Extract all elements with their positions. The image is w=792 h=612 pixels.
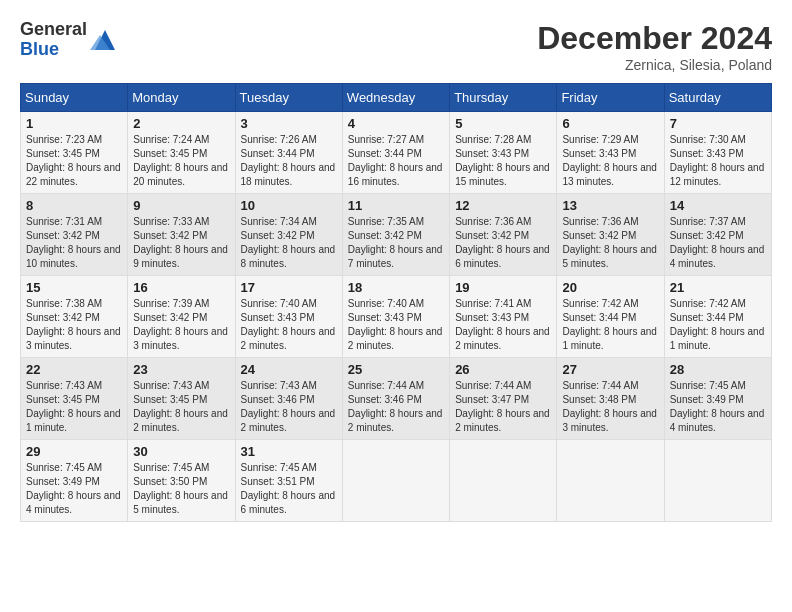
weekday-header-monday: Monday xyxy=(128,84,235,112)
calendar-cell: 11 Sunrise: 7:35 AM Sunset: 3:42 PM Dayl… xyxy=(342,194,449,276)
calendar-cell: 6 Sunrise: 7:29 AM Sunset: 3:43 PM Dayli… xyxy=(557,112,664,194)
page-header: General Blue December 2024 Zernica, Sile… xyxy=(20,20,772,73)
day-number: 21 xyxy=(670,280,766,295)
day-number: 19 xyxy=(455,280,551,295)
day-number: 10 xyxy=(241,198,337,213)
calendar-week-1: 1 Sunrise: 7:23 AM Sunset: 3:45 PM Dayli… xyxy=(21,112,772,194)
daylight-label: Daylight: 8 hours and 1 minute. xyxy=(26,408,121,433)
sunset-label: Sunset: 3:44 PM xyxy=(670,312,744,323)
day-info: Sunrise: 7:44 AM Sunset: 3:48 PM Dayligh… xyxy=(562,379,658,435)
calendar-cell: 1 Sunrise: 7:23 AM Sunset: 3:45 PM Dayli… xyxy=(21,112,128,194)
sunrise-label: Sunrise: 7:23 AM xyxy=(26,134,102,145)
day-number: 2 xyxy=(133,116,229,131)
sunset-label: Sunset: 3:45 PM xyxy=(133,148,207,159)
sunrise-label: Sunrise: 7:34 AM xyxy=(241,216,317,227)
calendar-cell: 3 Sunrise: 7:26 AM Sunset: 3:44 PM Dayli… xyxy=(235,112,342,194)
day-info: Sunrise: 7:43 AM Sunset: 3:45 PM Dayligh… xyxy=(133,379,229,435)
calendar-week-2: 8 Sunrise: 7:31 AM Sunset: 3:42 PM Dayli… xyxy=(21,194,772,276)
sunrise-label: Sunrise: 7:39 AM xyxy=(133,298,209,309)
daylight-label: Daylight: 8 hours and 12 minutes. xyxy=(670,162,765,187)
calendar-cell: 17 Sunrise: 7:40 AM Sunset: 3:43 PM Dayl… xyxy=(235,276,342,358)
day-info: Sunrise: 7:30 AM Sunset: 3:43 PM Dayligh… xyxy=(670,133,766,189)
weekday-header-friday: Friday xyxy=(557,84,664,112)
sunrise-label: Sunrise: 7:44 AM xyxy=(348,380,424,391)
calendar-cell: 25 Sunrise: 7:44 AM Sunset: 3:46 PM Dayl… xyxy=(342,358,449,440)
day-number: 14 xyxy=(670,198,766,213)
sunrise-label: Sunrise: 7:38 AM xyxy=(26,298,102,309)
day-info: Sunrise: 7:33 AM Sunset: 3:42 PM Dayligh… xyxy=(133,215,229,271)
sunset-label: Sunset: 3:46 PM xyxy=(348,394,422,405)
calendar-cell: 4 Sunrise: 7:27 AM Sunset: 3:44 PM Dayli… xyxy=(342,112,449,194)
day-number: 16 xyxy=(133,280,229,295)
calendar-cell: 22 Sunrise: 7:43 AM Sunset: 3:45 PM Dayl… xyxy=(21,358,128,440)
day-number: 23 xyxy=(133,362,229,377)
sunset-label: Sunset: 3:43 PM xyxy=(455,312,529,323)
day-info: Sunrise: 7:45 AM Sunset: 3:49 PM Dayligh… xyxy=(26,461,122,517)
daylight-label: Daylight: 8 hours and 9 minutes. xyxy=(133,244,228,269)
sunrise-label: Sunrise: 7:26 AM xyxy=(241,134,317,145)
sunrise-label: Sunrise: 7:27 AM xyxy=(348,134,424,145)
daylight-label: Daylight: 8 hours and 13 minutes. xyxy=(562,162,657,187)
daylight-label: Daylight: 8 hours and 20 minutes. xyxy=(133,162,228,187)
calendar-cell: 27 Sunrise: 7:44 AM Sunset: 3:48 PM Dayl… xyxy=(557,358,664,440)
sunset-label: Sunset: 3:43 PM xyxy=(562,148,636,159)
daylight-label: Daylight: 8 hours and 1 minute. xyxy=(670,326,765,351)
calendar-cell: 29 Sunrise: 7:45 AM Sunset: 3:49 PM Dayl… xyxy=(21,440,128,522)
sunset-label: Sunset: 3:45 PM xyxy=(26,148,100,159)
sunset-label: Sunset: 3:45 PM xyxy=(26,394,100,405)
daylight-label: Daylight: 8 hours and 3 minutes. xyxy=(562,408,657,433)
day-info: Sunrise: 7:24 AM Sunset: 3:45 PM Dayligh… xyxy=(133,133,229,189)
daylight-label: Daylight: 8 hours and 22 minutes. xyxy=(26,162,121,187)
calendar-cell: 14 Sunrise: 7:37 AM Sunset: 3:42 PM Dayl… xyxy=(664,194,771,276)
calendar-cell xyxy=(664,440,771,522)
calendar-cell: 13 Sunrise: 7:36 AM Sunset: 3:42 PM Dayl… xyxy=(557,194,664,276)
sunrise-label: Sunrise: 7:45 AM xyxy=(241,462,317,473)
day-number: 28 xyxy=(670,362,766,377)
sunrise-label: Sunrise: 7:31 AM xyxy=(26,216,102,227)
sunset-label: Sunset: 3:50 PM xyxy=(133,476,207,487)
sunrise-label: Sunrise: 7:45 AM xyxy=(670,380,746,391)
day-number: 27 xyxy=(562,362,658,377)
day-info: Sunrise: 7:43 AM Sunset: 3:45 PM Dayligh… xyxy=(26,379,122,435)
sunset-label: Sunset: 3:43 PM xyxy=(670,148,744,159)
day-info: Sunrise: 7:28 AM Sunset: 3:43 PM Dayligh… xyxy=(455,133,551,189)
sunrise-label: Sunrise: 7:33 AM xyxy=(133,216,209,227)
day-info: Sunrise: 7:23 AM Sunset: 3:45 PM Dayligh… xyxy=(26,133,122,189)
sunset-label: Sunset: 3:44 PM xyxy=(348,148,422,159)
title-area: December 2024 Zernica, Silesia, Poland xyxy=(537,20,772,73)
sunrise-label: Sunrise: 7:45 AM xyxy=(26,462,102,473)
day-info: Sunrise: 7:42 AM Sunset: 3:44 PM Dayligh… xyxy=(562,297,658,353)
daylight-label: Daylight: 8 hours and 3 minutes. xyxy=(133,326,228,351)
calendar-cell: 10 Sunrise: 7:34 AM Sunset: 3:42 PM Dayl… xyxy=(235,194,342,276)
calendar-cell: 15 Sunrise: 7:38 AM Sunset: 3:42 PM Dayl… xyxy=(21,276,128,358)
day-number: 9 xyxy=(133,198,229,213)
calendar-cell: 16 Sunrise: 7:39 AM Sunset: 3:42 PM Dayl… xyxy=(128,276,235,358)
sunrise-label: Sunrise: 7:43 AM xyxy=(241,380,317,391)
daylight-label: Daylight: 8 hours and 3 minutes. xyxy=(26,326,121,351)
sunset-label: Sunset: 3:43 PM xyxy=(455,148,529,159)
calendar-table: SundayMondayTuesdayWednesdayThursdayFrid… xyxy=(20,83,772,522)
day-number: 24 xyxy=(241,362,337,377)
daylight-label: Daylight: 8 hours and 4 minutes. xyxy=(26,490,121,515)
sunset-label: Sunset: 3:47 PM xyxy=(455,394,529,405)
calendar-cell: 28 Sunrise: 7:45 AM Sunset: 3:49 PM Dayl… xyxy=(664,358,771,440)
calendar-cell: 2 Sunrise: 7:24 AM Sunset: 3:45 PM Dayli… xyxy=(128,112,235,194)
calendar-cell: 5 Sunrise: 7:28 AM Sunset: 3:43 PM Dayli… xyxy=(450,112,557,194)
day-number: 20 xyxy=(562,280,658,295)
day-info: Sunrise: 7:40 AM Sunset: 3:43 PM Dayligh… xyxy=(348,297,444,353)
daylight-label: Daylight: 8 hours and 4 minutes. xyxy=(670,244,765,269)
sunset-label: Sunset: 3:44 PM xyxy=(562,312,636,323)
day-number: 31 xyxy=(241,444,337,459)
day-number: 15 xyxy=(26,280,122,295)
sunrise-label: Sunrise: 7:30 AM xyxy=(670,134,746,145)
sunset-label: Sunset: 3:49 PM xyxy=(670,394,744,405)
daylight-label: Daylight: 8 hours and 6 minutes. xyxy=(241,490,336,515)
day-number: 7 xyxy=(670,116,766,131)
day-number: 17 xyxy=(241,280,337,295)
sunset-label: Sunset: 3:42 PM xyxy=(455,230,529,241)
sunrise-label: Sunrise: 7:44 AM xyxy=(562,380,638,391)
daylight-label: Daylight: 8 hours and 16 minutes. xyxy=(348,162,443,187)
day-info: Sunrise: 7:45 AM Sunset: 3:51 PM Dayligh… xyxy=(241,461,337,517)
calendar-cell: 30 Sunrise: 7:45 AM Sunset: 3:50 PM Dayl… xyxy=(128,440,235,522)
day-info: Sunrise: 7:26 AM Sunset: 3:44 PM Dayligh… xyxy=(241,133,337,189)
